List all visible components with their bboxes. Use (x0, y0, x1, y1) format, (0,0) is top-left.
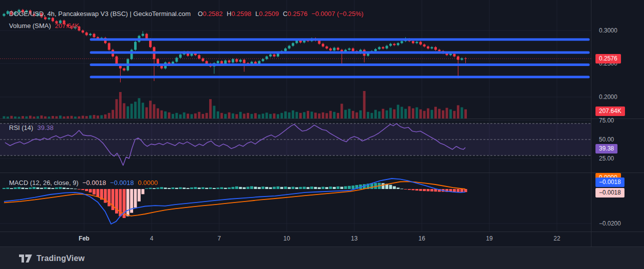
footer-bar: TradingView (0, 246, 644, 269)
symbol-header: DOGE/USD, 4h, Pancakeswap V3 (BSC) | Gec… (9, 10, 363, 18)
ohlc-values: O0.2582H0.2598L0.2509C0.2576−0.0007 (−0.… (198, 10, 363, 18)
tradingview-logo-icon (19, 254, 32, 262)
ohlc-open-label: O (198, 10, 203, 18)
price-axis-label: 75.00 (599, 116, 614, 124)
time-axis-label: Feb (79, 235, 89, 242)
rsi-value-badge: 39.38 (595, 144, 617, 154)
chart-window: DOGE/USD, 4h, Pancakeswap V3 (BSC) | Gec… (0, 0, 644, 269)
time-axis-label: 19 (486, 235, 492, 242)
rsi-indicator-value: 39.38 (37, 124, 54, 132)
ohlc-close-label: C (283, 10, 287, 18)
time-axis-label: 10 (283, 235, 290, 242)
price-chart-canvas[interactable] (0, 0, 644, 269)
time-axis-label: 22 (553, 235, 560, 242)
volume-indicator-header: Volume (SMA)207.64K (9, 22, 79, 30)
price-axis-label: 0.2000 (599, 93, 617, 101)
price-axis-label: −0.0200 (599, 220, 621, 228)
price-axis-label: 25.00 (599, 154, 614, 162)
tradingview-logo[interactable]: TradingView (19, 254, 85, 263)
time-axis-label: 4 (150, 235, 154, 242)
rsi-indicator-label[interactable]: RSI (14) (9, 124, 33, 132)
ohlc-change: −0.0007 (−0.25%) (311, 10, 363, 18)
macd-hist-value: −0.0018 (83, 179, 106, 186)
macd-line-badge: −0.0018 (595, 178, 624, 187)
tradingview-logo-text: TradingView (37, 254, 85, 263)
time-axis-label: 13 (351, 235, 357, 242)
ohlc-low-value: 0.2509 (259, 10, 279, 18)
volume-indicator-value: 207.64K (55, 22, 79, 30)
price-axis-label: 50.00 (599, 136, 614, 144)
time-axis-label: 7 (218, 235, 221, 242)
ohlc-high-value: 0.2598 (231, 10, 251, 18)
macd-signal-value: 0.0000 (138, 179, 158, 186)
ohlc-close-value: 0.2576 (288, 10, 308, 18)
volume-badge: 207.64K (595, 106, 625, 116)
macd-hist-badge: −0.0018 (595, 188, 624, 198)
macd-indicator-header: MACD (12, 26, close, 9)−0.0018−0.00180.0… (9, 179, 158, 186)
price-axis-label: 0.3000 (599, 26, 617, 34)
volume-indicator-label[interactable]: Volume (SMA) (9, 22, 51, 30)
time-axis-label: 16 (418, 235, 425, 242)
rsi-indicator-header: RSI (14)39.38 (9, 124, 54, 132)
macd-indicator-label[interactable]: MACD (12, 26, close, 9) (9, 179, 79, 186)
current-price-badge: 0.2576 (595, 54, 621, 64)
symbol-title[interactable]: DOGE/USD, 4h, Pancakeswap V3 (BSC) | Gec… (9, 10, 191, 18)
ohlc-open-value: 0.2582 (203, 10, 223, 18)
macd-line-value: −0.0018 (110, 179, 134, 186)
